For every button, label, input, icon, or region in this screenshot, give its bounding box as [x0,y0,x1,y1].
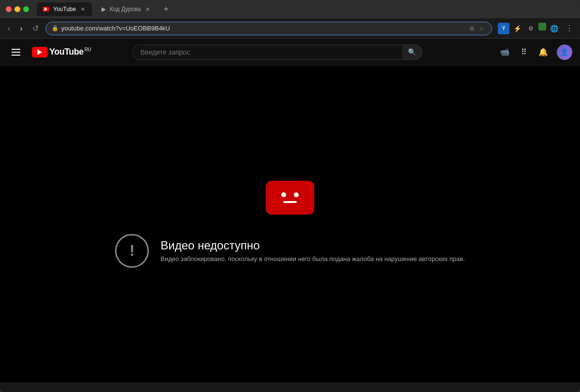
minimize-button[interactable] [14,6,20,12]
youtube-favicon-icon [43,7,49,12]
youtube-favicon [43,6,49,13]
tab-durov-close[interactable]: ✕ [145,5,151,14]
error-title: Видео недоступно [160,239,465,252]
traffic-lights [6,6,29,12]
hamburger-line-2 [12,52,20,53]
youtube-camera-button[interactable]: 📹 [497,44,512,59]
url-text: youtube.com/watch?v=UoEOBB9B4kU [61,25,465,32]
tab-durov[interactable]: ▶ Код Дурова ✕ [96,2,157,16]
youtube-error-eyes [281,192,299,197]
error-subtitle: Видео заблокировано, поскольку в отношен… [160,255,465,262]
back-button[interactable]: ‹ [5,22,13,35]
youtube-logo[interactable]: YouTubeRU [32,47,91,58]
youtube-error-icon [266,181,314,215]
address-bar[interactable]: 🔒 youtube.com/watch?v=UoEOBB9B4kU ⧉ ☆ [45,22,492,35]
close-button[interactable] [6,6,12,12]
lock-icon: 🔒 [52,25,58,31]
avatar-image: 👤 [560,48,568,56]
tab-youtube-label: YouTube [53,6,76,13]
title-bar: YouTube ✕ ▶ Код Дурова ✕ + [0,0,580,18]
youtube-error-mouth [283,201,297,203]
extension-icon-3[interactable]: ⚙ [525,23,536,34]
youtube-menu-button[interactable] [8,45,24,59]
browser-menu-button[interactable]: ⋮ [564,22,575,35]
refresh-button[interactable]: ↺ [29,22,42,35]
youtube-header-right: 📹 ⠿ 🔔 👤 [497,44,572,60]
new-tab-button[interactable]: + [160,4,172,15]
error-message-area: ! Видео недоступно Видео заблокировано, … [115,234,465,268]
youtube-header: YouTubeRU 🔍 📹 ⠿ 🔔 👤 [0,39,580,66]
youtube-notifications-button[interactable]: 🔔 [536,44,551,59]
nav-bar: ‹ › ↺ 🔒 youtube.com/watch?v=UoEOBB9B4kU … [0,18,580,39]
extension-icon-5[interactable]: 🌐 [548,23,560,34]
search-icon: 🔍 [408,48,416,56]
extension-icon-4[interactable] [538,23,546,30]
address-icons: ⧉ ☆ [468,24,486,33]
youtube-error-face [281,192,299,203]
youtube-logo-icon [32,47,47,58]
extension-icon-1[interactable]: Y [498,23,509,34]
youtube-search-bar: 🔍 [132,44,422,60]
youtube-search-button[interactable]: 🔍 [402,44,422,60]
picture-in-picture-icon[interactable]: ⧉ [468,24,476,33]
browser-action-icons: Y ⚡ ⚙ 🌐 [498,23,560,34]
error-text: Видео недоступно Видео заблокировано, по… [160,239,465,262]
bottom-bar [0,382,580,392]
hamburger-line-3 [12,55,20,56]
tab-youtube-close[interactable]: ✕ [80,5,86,14]
maximize-button[interactable] [23,6,29,12]
tab-youtube[interactable]: YouTube ✕ [37,2,92,16]
tab-durov-label: Код Дурова [110,6,141,13]
youtube-logo-text: YouTubeRU [49,47,91,57]
youtube-avatar[interactable]: 👤 [557,44,572,60]
error-circle-icon: ! [115,234,149,268]
youtube-search-input[interactable] [132,44,402,60]
hamburger-line-1 [12,49,20,50]
forward-button[interactable]: › [17,22,25,35]
durov-favicon-icon: ▶ [102,6,106,13]
bookmark-icon[interactable]: ☆ [478,24,486,33]
extension-icon-2[interactable]: ⚡ [511,23,523,34]
video-area: ! Видео недоступно Видео заблокировано, … [0,66,580,382]
youtube-error-eye-right [294,192,299,197]
browser-window: YouTube ✕ ▶ Код Дурова ✕ + ‹ › ↺ 🔒 youtu… [0,0,580,392]
main-content: ! Видео недоступно Видео заблокировано, … [0,66,580,392]
youtube-apps-button[interactable]: ⠿ [518,44,530,59]
youtube-error-eye-left [281,192,286,197]
